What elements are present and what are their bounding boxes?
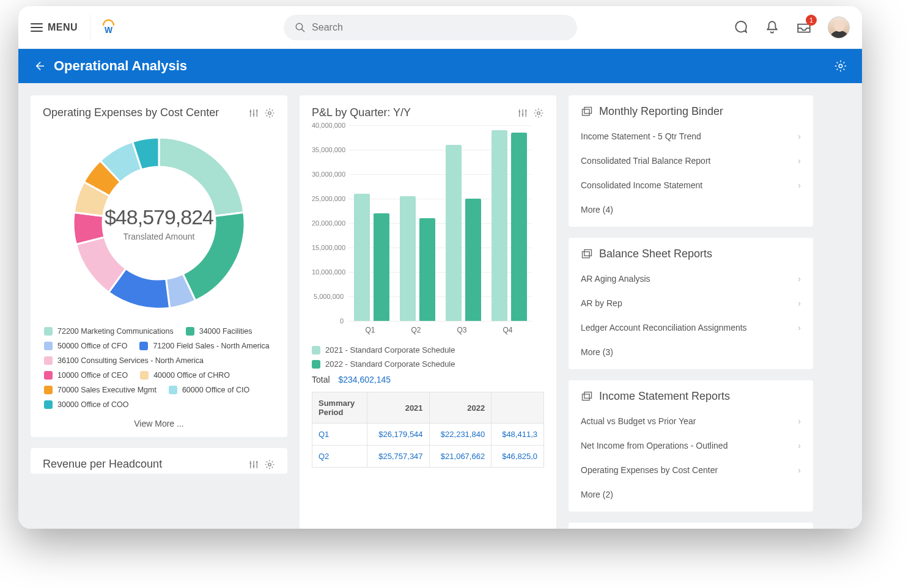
- panel-row-label: AR Aging Analysis: [581, 274, 650, 284]
- avatar[interactable]: [828, 17, 850, 39]
- bar[interactable]: [354, 194, 370, 321]
- table-row[interactable]: Q1$26,179,544$22,231,840$48,411,3: [312, 424, 544, 446]
- panel-row-label: Operating Expenses by Cost Center: [581, 465, 718, 475]
- legend-label: 50000 Office of CFO: [57, 342, 127, 350]
- panel-more[interactable]: More (3): [581, 340, 801, 364]
- table-cell[interactable]: Q1: [312, 424, 367, 446]
- total-label: Total: [312, 375, 330, 384]
- chevron-right-icon: ›: [798, 180, 801, 190]
- brand-logo[interactable]: W: [90, 15, 116, 40]
- table-header: 2022: [429, 392, 492, 424]
- card-operating-expenses: Operating Expenses by Cost Center $48,57…: [31, 95, 287, 437]
- legend-item[interactable]: 36100 Consulting Services - North Americ…: [44, 356, 204, 365]
- legend-item[interactable]: 70000 Sales Executive Mgmt: [44, 386, 157, 394]
- legend-item[interactable]: 40000 Office of CHRO: [140, 371, 230, 380]
- table-cell[interactable]: $25,757,347: [367, 446, 430, 468]
- view-more-link[interactable]: View More ...: [43, 419, 275, 428]
- panel-more-label: More (4): [581, 205, 613, 215]
- titlebar: Operational Analysis: [18, 49, 862, 83]
- legend-swatch: [44, 356, 53, 365]
- panel-more-label: More (2): [581, 490, 613, 499]
- bar[interactable]: [446, 145, 462, 321]
- legend-item[interactable]: 72200 Marketing Communications: [44, 327, 174, 336]
- table-cell[interactable]: $22,231,840: [429, 424, 492, 446]
- table-cell[interactable]: $48,411,3: [492, 424, 544, 446]
- legend-swatch: [44, 327, 53, 336]
- gear-icon[interactable]: [533, 108, 544, 119]
- stack-icon: [581, 248, 593, 260]
- chat-icon[interactable]: [732, 20, 748, 35]
- stack-icon: [581, 391, 593, 403]
- svg-point-5: [268, 463, 271, 466]
- panel-row[interactable]: AR by Rep›: [581, 291, 801, 315]
- legend-label: 40000 Office of CHRO: [153, 371, 230, 380]
- sliders-icon[interactable]: [517, 108, 528, 119]
- legend-item[interactable]: 50000 Office of CFO: [44, 342, 127, 350]
- table-header: 2021: [367, 392, 430, 424]
- card-pl-by-quarter: P&L by Quarter: Y/Y 05,000,00010,000,000…: [300, 95, 556, 529]
- bar[interactable]: [465, 199, 481, 321]
- legend-item[interactable]: 30000 Office of COO: [44, 400, 129, 409]
- bar[interactable]: [374, 213, 389, 321]
- card-title: P&L by Quarter: Y/Y: [312, 106, 411, 119]
- panel-row[interactable]: Actual vs Budget vs Prior Year›: [581, 409, 801, 433]
- panel-more[interactable]: More (4): [581, 197, 801, 222]
- table-cell[interactable]: $21,067,662: [429, 446, 492, 468]
- page-title: Operational Analysis: [54, 58, 187, 74]
- legend-item[interactable]: 2021 - Standard Corporate Schedule: [312, 345, 544, 355]
- legend-label: 36100 Consulting Services - North Americ…: [57, 356, 204, 365]
- legend-swatch: [139, 342, 148, 350]
- legend-item[interactable]: 60000 Office of CIO: [169, 386, 249, 394]
- svg-point-3: [839, 64, 842, 68]
- panel-row-label: AR by Rep: [581, 298, 622, 308]
- panel-row[interactable]: Income Statement - 5 Qtr Trend›: [581, 124, 801, 149]
- table-row[interactable]: Q2$25,757,347$21,067,662$46,825,0: [312, 446, 544, 468]
- legend-item[interactable]: 10000 Office of CEO: [44, 371, 128, 380]
- svg-rect-7: [583, 109, 590, 115]
- panel-row-label: Consolidated Trial Balance Report: [581, 156, 710, 166]
- gear-icon[interactable]: [264, 108, 275, 119]
- bar[interactable]: [400, 196, 416, 321]
- panel-row[interactable]: Operating Expenses by Cost Center›: [581, 458, 801, 482]
- search-input[interactable]: [306, 22, 566, 33]
- table-cell[interactable]: $26,179,544: [367, 424, 430, 446]
- bell-icon[interactable]: [764, 20, 780, 35]
- bar[interactable]: [419, 218, 435, 321]
- hamburger-icon: [31, 23, 43, 32]
- panel-more[interactable]: More (2): [581, 482, 801, 507]
- panel-row-label: Actual vs Budget vs Prior Year: [581, 416, 696, 426]
- bar[interactable]: [511, 133, 527, 321]
- legend-swatch: [44, 371, 53, 380]
- settings-gear-icon[interactable]: [834, 59, 847, 73]
- svg-rect-12: [584, 392, 592, 398]
- search-bar[interactable]: [284, 15, 577, 40]
- svg-text:W: W: [105, 26, 112, 35]
- legend-item[interactable]: 71200 Field Sales - North America: [139, 342, 269, 350]
- gear-icon[interactable]: [264, 459, 275, 470]
- legend-item[interactable]: 34000 Facilities: [186, 327, 252, 336]
- panel-row[interactable]: Ledger Account Reconciliation Assignment…: [581, 315, 801, 340]
- stack-icon: [581, 106, 593, 118]
- chevron-right-icon: ›: [798, 156, 801, 166]
- menu-button[interactable]: MENU: [31, 22, 78, 33]
- notification-badge: 1: [806, 15, 817, 26]
- back-arrow-icon[interactable]: [33, 60, 45, 72]
- panel-row-label: Ledger Account Reconciliation Assignment…: [581, 323, 747, 333]
- chevron-right-icon: ›: [798, 465, 801, 475]
- panel-row[interactable]: Net Income from Operations - Outlined›: [581, 433, 801, 458]
- panel-row[interactable]: AR Aging Analysis›: [581, 266, 801, 291]
- sliders-icon[interactable]: [248, 459, 259, 470]
- bar[interactable]: [492, 130, 507, 321]
- sliders-icon[interactable]: [248, 108, 259, 119]
- svg-rect-11: [583, 394, 590, 400]
- total-value[interactable]: $234,602,145: [338, 375, 391, 384]
- table-cell[interactable]: $46,825,0: [492, 446, 544, 468]
- legend-item[interactable]: 2022 - Standard Corporate Schedule: [312, 359, 544, 369]
- panel-row[interactable]: Consolidated Income Statement›: [581, 173, 801, 197]
- bar-chart[interactable]: 05,000,00010,000,00015,000,00020,000,000…: [312, 125, 532, 339]
- panel-row[interactable]: Consolidated Trial Balance Report›: [581, 149, 801, 173]
- table-cell[interactable]: Q2: [312, 446, 367, 468]
- donut-chart[interactable]: $48,579,824 Translated Amount: [61, 125, 257, 321]
- inbox-icon[interactable]: 1: [796, 20, 812, 35]
- search-icon: [295, 22, 306, 33]
